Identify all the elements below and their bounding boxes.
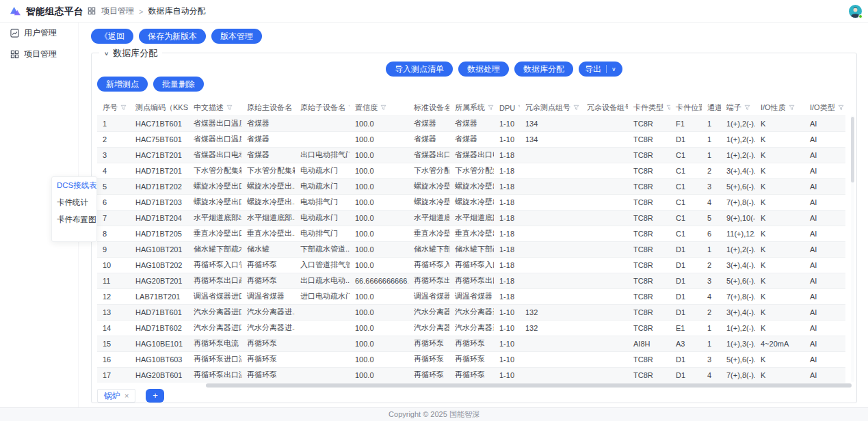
table-cell: 7(+),8(-)... bbox=[721, 288, 755, 304]
filter-icon[interactable] bbox=[666, 105, 670, 111]
table-cell bbox=[581, 194, 628, 210]
sidebar-item-用户管理[interactable]: 用户管理 bbox=[0, 23, 78, 44]
filter-icon[interactable] bbox=[488, 105, 494, 111]
table-row[interactable]: 6HAD71BT203螺旋水冷壁出口混...螺旋水冷壁出...电动排气门100.… bbox=[97, 194, 845, 210]
points-table-wrap: 序号测点编码（KKS）中文描述原始主设备名原始子设备名置信度标准设备名所属系统D… bbox=[97, 100, 852, 383]
collapse-left-icon[interactable]: « bbox=[59, 212, 64, 221]
table-cell: K bbox=[755, 131, 804, 147]
table-cell: 1 bbox=[702, 320, 721, 336]
db-allocate-button[interactable]: 数据库分配 bbox=[514, 62, 573, 77]
table-cell: D1 bbox=[670, 351, 702, 367]
table-cell: 4 bbox=[97, 163, 130, 178]
filter-icon[interactable] bbox=[380, 105, 386, 111]
batch-delete-button[interactable]: 批量删除 bbox=[153, 77, 204, 92]
chevron-down-icon[interactable]: ∨ bbox=[611, 63, 616, 76]
table-cell: 电动疏水门 bbox=[295, 178, 350, 194]
table-row[interactable]: 12LAB71BT201调温省煤器进口电...调温省煤器进口电动疏水门100.0… bbox=[97, 288, 845, 304]
points-table: 序号测点编码（KKS）中文描述原始主设备名原始子设备名置信度标准设备名所属系统D… bbox=[97, 100, 845, 383]
table-row[interactable]: 2HAC75BT601省煤器出口温度2省煤器100.0省煤器省煤器1-10134… bbox=[97, 131, 845, 147]
filter-icon[interactable] bbox=[838, 105, 844, 111]
table-cell: 100.0 bbox=[350, 257, 408, 273]
table-row[interactable]: 4HAD71BT201下水管分配集箱电...下水管分配集箱电动疏水门100.0下… bbox=[97, 163, 845, 178]
table-cell bbox=[520, 178, 581, 194]
version-manage-button[interactable]: 版本管理 bbox=[211, 29, 262, 44]
table-row[interactable]: 17HAG20BT601再循环泵出口温度再循环泵100.0再循环泵再循环泵1-1… bbox=[97, 367, 845, 383]
filter-icon[interactable] bbox=[120, 105, 127, 111]
table-row[interactable]: 11HAG20BT201再循环泵出口疏水...再循环泵出口疏水电动...66.6… bbox=[97, 273, 845, 288]
table-cell: 100.0 bbox=[350, 288, 408, 304]
table-row[interactable]: 14HAD71BT602汽水分离器进口混...汽水分离器进...100.0汽水分… bbox=[97, 320, 845, 336]
column-header-label: 原始子设备名 bbox=[300, 103, 345, 113]
table-cell: 下水管分配... bbox=[408, 163, 449, 178]
float-panel-item-DCS接线表[interactable]: DCS接线表 bbox=[52, 177, 96, 194]
filter-icon[interactable] bbox=[789, 105, 795, 111]
tab-boiler[interactable]: 锅炉 × bbox=[97, 389, 135, 403]
table-cell bbox=[520, 147, 581, 163]
data-process-button[interactable]: 数据处理 bbox=[458, 62, 509, 77]
filter-icon[interactable] bbox=[226, 105, 233, 111]
table-cell: 电动疏水门 bbox=[295, 163, 350, 178]
table-row[interactable]: 16HAG10BT603再循环泵进口温度再循环泵100.0再循环泵再循环泵1-1… bbox=[97, 351, 845, 367]
table-cell: 100.0 bbox=[350, 241, 408, 257]
table-cell: AI bbox=[804, 194, 845, 210]
table-cell: TC8R bbox=[628, 288, 670, 304]
table-cell bbox=[581, 351, 628, 367]
table-cell: 1-18 bbox=[494, 257, 520, 273]
table-cell: 1 bbox=[702, 131, 721, 147]
import-points-button[interactable]: 导入测点清单 bbox=[386, 62, 453, 77]
table-cell: AI bbox=[804, 163, 845, 178]
column-header: I/O性质 bbox=[755, 100, 804, 116]
table-cell: TC8R bbox=[628, 320, 670, 336]
table-cell: 螺旋水冷壁出... bbox=[449, 178, 494, 194]
table-cell: 再循环泵 bbox=[241, 257, 295, 273]
table-cell bbox=[581, 163, 628, 178]
table-row[interactable]: 10HAG10BT202再循环泵入口管道...再循环泵入口管道排气管100.0再… bbox=[97, 257, 845, 273]
table-row[interactable]: 3HAC71BT201省煤器出口电动排...省煤器出口电动排气门100.0省煤器… bbox=[97, 147, 845, 163]
table-cell: 汽水分离器进... bbox=[241, 304, 295, 320]
horizontal-scrollbar[interactable] bbox=[206, 383, 852, 388]
table-cell: 132 bbox=[520, 320, 581, 336]
table-row[interactable]: 13HAD71BT601汽水分离器进口混...汽水分离器进...100.0汽水分… bbox=[97, 304, 845, 320]
table-cell: 储水罐下部疏... bbox=[449, 241, 494, 257]
table-cell bbox=[581, 288, 628, 304]
table-cell: 1-10 bbox=[494, 351, 520, 367]
sidebar-item-项目管理[interactable]: 项目管理 bbox=[0, 44, 78, 65]
table-row[interactable]: 8HAD71BT205垂直水冷壁出口混...垂直水冷壁出...电动排气门100.… bbox=[97, 226, 845, 241]
avatar[interactable] bbox=[849, 5, 862, 18]
table-row[interactable]: 5HAD71BT202螺旋水冷壁出口混...螺旋水冷壁出...电动疏水门100.… bbox=[97, 178, 845, 194]
table-cell: 螺旋水冷壁... bbox=[408, 178, 449, 194]
filter-icon[interactable] bbox=[518, 105, 520, 111]
filter-icon[interactable] bbox=[744, 105, 750, 111]
column-header-label: 测点编码（KKS） bbox=[135, 103, 188, 113]
filter-icon[interactable] bbox=[348, 105, 350, 111]
close-icon[interactable]: × bbox=[124, 392, 129, 400]
breadcrumb-root[interactable]: 项目管理 bbox=[101, 5, 134, 17]
table-row[interactable]: 1HAC71BT601省煤器出口温度1省煤器100.0省煤器省煤器1-10134… bbox=[97, 116, 845, 131]
table-cell bbox=[520, 210, 581, 226]
table-row[interactable]: 9HAG10BT201储水罐下部疏水管...储水罐下部疏水管道...100.0储… bbox=[97, 241, 845, 257]
table-row[interactable]: 7HAD71BT204水平烟道底部出口...水平烟道底部...电动疏水门100.… bbox=[97, 210, 845, 226]
table-cell: K bbox=[755, 257, 804, 273]
table-cell bbox=[581, 367, 628, 383]
back-button[interactable]: 《返回 bbox=[91, 29, 133, 44]
vertical-scrollbar[interactable] bbox=[851, 117, 854, 182]
table-cell: 调温省煤器 bbox=[449, 288, 494, 304]
table-cell: 水平烟道底... bbox=[408, 210, 449, 226]
export-button[interactable]: 导出 ∨ bbox=[579, 62, 622, 77]
table-cell: 3(+),4(-)... bbox=[721, 257, 755, 273]
save-new-version-button[interactable]: 保存为新版本 bbox=[139, 29, 206, 44]
table-cell: 3(+),4(-)... bbox=[721, 163, 755, 178]
table-row[interactable]: 15HAG10BE101再循环泵电流再循环泵100.0再循环泵再循环泵1-10A… bbox=[97, 336, 845, 351]
float-panel-item-卡件统计[interactable]: 卡件统计 bbox=[52, 194, 96, 211]
table-cell: 电动疏水门 bbox=[295, 210, 350, 226]
table-cell: TC8R bbox=[628, 178, 670, 194]
add-point-button[interactable]: 新增测点 bbox=[97, 77, 148, 92]
table-cell: AI bbox=[804, 147, 845, 163]
section-header[interactable]: ∨ 数据库分配 bbox=[99, 47, 162, 59]
table-cell: 省煤器 bbox=[408, 131, 449, 147]
table-cell: 100.0 bbox=[350, 163, 408, 178]
table-cell: TC8R bbox=[628, 210, 670, 226]
column-header: 所属系统 bbox=[449, 100, 494, 116]
filter-icon[interactable] bbox=[573, 105, 579, 111]
add-tab-button[interactable]: + bbox=[146, 389, 164, 403]
